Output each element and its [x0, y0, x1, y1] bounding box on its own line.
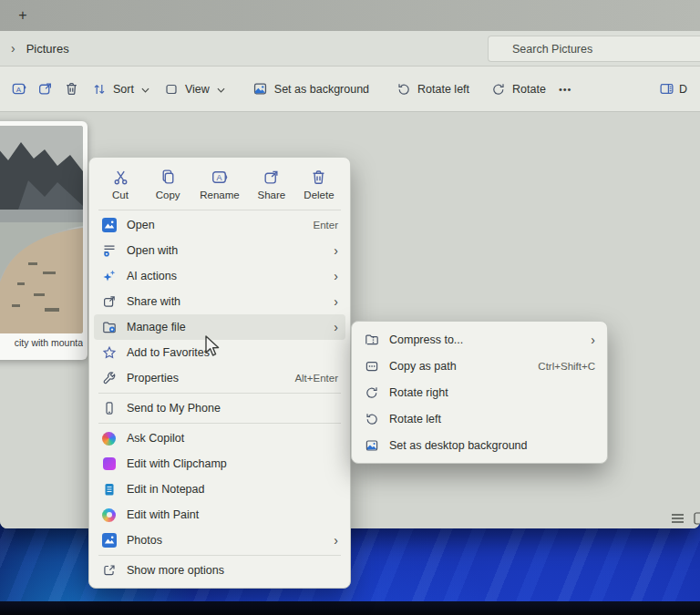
photo-tile[interactable]: city with mounta — [0, 121, 88, 360]
menu-item-edit-in-notepad[interactable]: Edit in Notepad — [94, 477, 345, 502]
tab-bar: + — [0, 0, 700, 31]
menu-item-show-more-options[interactable]: Show more options — [94, 558, 345, 583]
quick-actions-row: Cut Copy A Rename Share — [89, 159, 350, 208]
command-toolbar: A Sort — [0, 67, 700, 112]
menu-item-ai-actions[interactable]: AI actions › — [94, 263, 345, 289]
rotate-label: Rotate — [512, 83, 546, 96]
copy-icon — [160, 169, 177, 186]
svg-text:A: A — [217, 173, 222, 182]
trash-icon — [64, 81, 79, 97]
manage-file-submenu: Compress to... › Copy as path Ctrl+Shift… — [351, 321, 608, 464]
star-icon — [101, 345, 117, 361]
photo-filename-label: city with mounta — [15, 337, 83, 348]
view-toggle-group — [671, 512, 700, 525]
chevron-down-icon — [217, 83, 225, 96]
submenu-item-set-as-desktop-background[interactable]: Set as desktop background — [356, 432, 602, 458]
search-input[interactable]: Search Pictures — [488, 36, 700, 62]
share-icon — [37, 81, 53, 97]
manage-file-folder-icon — [101, 320, 117, 335]
screen-bezel — [0, 601, 700, 615]
shortcut-label: Ctrl+Shift+C — [538, 361, 595, 372]
submenu-chevron-icon: › — [334, 534, 338, 547]
submenu-chevron-icon: › — [334, 244, 338, 257]
details-pane-icon — [659, 81, 674, 97]
share-icon — [101, 294, 117, 310]
picture-icon — [252, 81, 268, 97]
submenu-chevron-icon: › — [334, 295, 338, 308]
share-button[interactable] — [32, 76, 58, 102]
menu-item-edit-with-paint[interactable]: Edit with Paint — [94, 502, 345, 528]
share-label: Share — [258, 190, 286, 200]
desktop-background-icon — [364, 437, 379, 453]
mouse-cursor — [204, 335, 221, 363]
rotate-right-icon — [491, 82, 506, 97]
trash-icon — [310, 169, 327, 186]
more-options-button[interactable]: ••• — [553, 78, 578, 100]
shortcut-label: Enter — [314, 220, 339, 231]
submenu-item-compress-to[interactable]: Compress to... › — [356, 326, 602, 353]
rotate-left-button[interactable]: Rotate left — [389, 77, 477, 102]
submenu-item-rotate-right[interactable]: Rotate right — [356, 379, 602, 405]
view-button[interactable]: View — [157, 77, 232, 102]
list-view-icon[interactable] — [671, 513, 685, 524]
menu-separator — [98, 210, 341, 210]
context-menu: Cut Copy A Rename Share — [88, 157, 351, 589]
paint-icon — [101, 507, 117, 523]
copilot-icon — [101, 431, 117, 446]
copy-path-icon — [364, 358, 379, 374]
svg-text:A: A — [16, 86, 22, 94]
menu-item-share-with[interactable]: Share with › — [94, 289, 345, 314]
details-pane-button[interactable]: D — [652, 76, 695, 102]
rotate-left-icon — [364, 411, 379, 426]
clipchamp-icon — [101, 456, 117, 472]
shortcut-label: Alt+Enter — [294, 373, 338, 384]
copy-button[interactable]: Copy — [150, 167, 185, 202]
set-as-background-button[interactable]: Set as background — [245, 76, 376, 102]
breadcrumb-chevron-icon: › — [11, 41, 15, 56]
menu-item-ask-copilot[interactable]: Ask Copilot — [94, 425, 345, 451]
rename-button[interactable]: A Rename — [198, 167, 241, 202]
grid-view-icon[interactable] — [694, 512, 700, 525]
rename-icon: A — [211, 169, 228, 186]
cut-button[interactable]: Cut — [103, 167, 138, 202]
set-as-background-label: Set as background — [274, 83, 369, 96]
menu-item-send-to-my-phone[interactable]: Send to My Phone — [94, 395, 345, 421]
sort-label: Sort — [113, 83, 134, 96]
submenu-item-copy-as-path[interactable]: Copy as path Ctrl+Shift+C — [356, 353, 602, 379]
view-square-icon — [164, 82, 179, 97]
view-label: View — [185, 83, 210, 96]
delete-button[interactable]: Delete — [302, 167, 336, 202]
wrench-icon — [101, 371, 117, 386]
rename-button[interactable]: A — [5, 76, 32, 102]
rotate-button[interactable]: Rotate — [484, 77, 553, 102]
menu-item-edit-with-clipchamp[interactable]: Edit with Clipchamp — [94, 451, 345, 477]
menu-item-photos[interactable]: Photos › — [94, 528, 345, 553]
submenu-item-rotate-left[interactable]: Rotate left — [356, 405, 602, 432]
address-bar: › Pictures Search Pictures — [0, 31, 700, 67]
delete-button[interactable] — [58, 76, 85, 102]
menu-item-open-with[interactable]: Open with › — [94, 238, 345, 263]
rename-label: Rename — [200, 190, 239, 200]
menu-separator — [98, 423, 341, 424]
breadcrumb[interactable]: Pictures — [26, 42, 69, 56]
rename-icon: A — [11, 81, 26, 97]
show-more-icon — [101, 563, 117, 579]
submenu-chevron-icon: › — [334, 270, 338, 282]
notepad-icon — [101, 482, 117, 497]
menu-item-properties[interactable]: Properties Alt+Enter — [94, 365, 345, 391]
sort-button[interactable]: Sort — [85, 77, 157, 102]
ai-sparkle-icon — [101, 269, 117, 284]
share-button[interactable]: Share — [254, 167, 289, 202]
cut-label: Cut — [112, 190, 129, 200]
menu-item-open[interactable]: Open Enter — [94, 212, 345, 238]
menu-separator — [98, 393, 341, 394]
submenu-chevron-icon: › — [334, 321, 338, 333]
search-placeholder: Search Pictures — [512, 43, 592, 56]
screen: + › Pictures Search Pictures A — [0, 0, 700, 615]
scissors-icon — [112, 169, 129, 186]
submenu-chevron-icon: › — [591, 333, 595, 346]
zip-folder-icon — [364, 332, 379, 347]
sort-arrows-icon — [92, 82, 107, 97]
delete-label: Delete — [304, 190, 334, 200]
new-tab-button[interactable]: + — [11, 5, 35, 26]
